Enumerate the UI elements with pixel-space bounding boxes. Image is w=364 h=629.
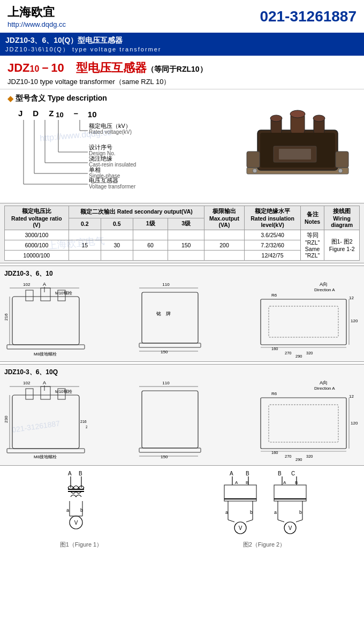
website-link: http://www.dqdg.cc [7, 20, 66, 28]
svg-text:单相: 单相 [89, 166, 101, 173]
svg-text:A: A [43, 380, 46, 385]
svg-text:216: 216 [4, 313, 9, 321]
svg-rect-75 [41, 387, 50, 399]
table-section: 额定电压比Rated voltage ratio(V) 额定二次输出 Rated… [0, 203, 364, 263]
svg-text:b: b [250, 510, 253, 515]
cell-ratio-2: 6000/100 [5, 240, 69, 251]
wiring-diagram-1: A B a b V 图1（ [39, 469, 124, 549]
svg-text:R6: R6 [271, 391, 277, 396]
diagram-section-2: JDZ10-3、6、10Q A 102 M10螺栓 230 216 26 M8接… [0, 364, 364, 466]
svg-text:110: 110 [162, 282, 170, 287]
cell-02-3 [69, 251, 101, 261]
svg-text:a: a [66, 507, 69, 513]
col-notes: 备注Notes [301, 206, 324, 230]
svg-text:A: A [68, 471, 72, 476]
col-05: 0.5 [101, 218, 133, 230]
svg-line-151 [296, 520, 302, 522]
cell-3-2: 150 [168, 240, 204, 251]
svg-text:A: A [230, 471, 233, 476]
svg-text:额定电压（kV）: 额定电压（kV） [89, 123, 131, 129]
page-header: 上海欧宜 http://www.dqdg.cc 021-31261887 [0, 0, 364, 34]
svg-rect-74 [26, 389, 33, 399]
fig1-label: 图1（Figure 1） [60, 541, 102, 549]
col-secondary-out: 额定二次输出 Rated secondary output(VA) [69, 206, 204, 218]
svg-text:Direction A: Direction A [314, 386, 335, 391]
svg-text:M8接地螺栓: M8接地螺栓 [34, 454, 57, 459]
diagram-front-view-2: A 102 M10螺栓 230 216 26 M8接地螺栓 021-312618… [4, 379, 87, 462]
svg-text:a: a [274, 510, 277, 515]
svg-text:270: 270 [285, 454, 292, 459]
wiring-section: A B a b V 图1（ [0, 466, 364, 552]
cell-ins-3: 12/42/75 [245, 251, 301, 261]
svg-text:230: 230 [4, 415, 9, 423]
diagram-label-2: JDZ10-3、6、10Q [4, 368, 360, 377]
cell-02-2: 15 [69, 240, 101, 251]
cell-ins-1: 3.6/25/40 [245, 230, 301, 240]
cell-1-1 [133, 230, 168, 240]
cell-wiring: 图1- 图2Figure 1-2 [324, 230, 360, 261]
svg-text:102: 102 [23, 381, 31, 385]
diagram-front-view-1: A 102 M10螺栓 216 M8接地螺栓 [4, 281, 87, 358]
svg-text:A: A [283, 480, 286, 485]
svg-text:A: A [235, 480, 238, 485]
type-desc-section: ◆ 型号含义 Type description J D Z 10 － 10 [0, 89, 364, 203]
type-desc-left: ◆ 型号含义 Type description J D Z 10 － 10 [7, 94, 233, 199]
col-02: 0.2 [69, 218, 101, 230]
logo-area: 上海欧宜 http://www.dqdg.cc [7, 4, 66, 28]
col-max-output: 极限输出Max.output(VA) [204, 206, 244, 230]
diagram-top-view-2: A向 Direction A R6 12 120 160 270 290 320 [255, 379, 360, 462]
type-desc-diagram: 额定电压（kV） Rated voltage(kV) 设计序号 Design N… [18, 120, 189, 195]
product-image-area [239, 94, 357, 199]
cell-02-1 [69, 230, 101, 240]
svg-text:150: 150 [161, 350, 168, 354]
diagram-top-view-1: A向 Direction A R6 12 120 160 270 290 320 [255, 281, 360, 358]
svg-rect-94 [261, 398, 346, 449]
svg-text:M8接地螺栓: M8接地螺栓 [34, 352, 57, 357]
product-image [241, 103, 354, 189]
svg-text:Voltage transformer: Voltage transformer [89, 184, 136, 190]
main-title-en: JDZ10-10 type voltage transformer（same R… [7, 77, 357, 87]
cell-3-3 [168, 251, 204, 261]
svg-text:A向: A向 [320, 282, 328, 287]
svg-text:B: B [246, 471, 249, 476]
svg-rect-41 [26, 290, 33, 301]
cell-1-3 [133, 251, 168, 261]
svg-point-27 [313, 115, 325, 122]
main-title-cn: JDZ10－10 型电压互感器（等同于RZL10） [7, 60, 357, 76]
svg-text:设计序号: 设计序号 [89, 144, 112, 150]
svg-rect-86 [142, 391, 198, 448]
svg-line-148 [228, 520, 234, 522]
svg-line-150 [278, 520, 284, 522]
cell-ratio-3: 10000/100 [5, 251, 69, 261]
figure-2-svg: A B B C A A B B a b a b [203, 469, 326, 539]
svg-text:320: 320 [306, 454, 313, 459]
svg-point-31 [253, 169, 257, 173]
figure-1-svg: A B a b V [39, 469, 124, 539]
svg-rect-42 [41, 288, 50, 301]
svg-rect-30 [336, 151, 348, 168]
svg-rect-50 [142, 292, 198, 343]
svg-rect-34 [279, 149, 311, 160]
svg-text:b: b [299, 510, 302, 515]
svg-text:110: 110 [162, 381, 170, 385]
svg-rect-87 [139, 448, 201, 452]
col-3: 3级 [168, 218, 204, 230]
col-1: 1级 [133, 218, 168, 230]
svg-text:C: C [291, 471, 295, 476]
banner-title-en: JDZ10-3\6\10(Q） type voltage transformer [5, 46, 359, 54]
svg-text:B: B [79, 471, 82, 476]
svg-text:浇注绝缘: 浇注绝缘 [89, 155, 112, 162]
cell-max-2: 200 [204, 240, 244, 251]
diagram-section-1: JDZ10-3、6、10 A 102 M10螺栓 216 M8接地螺栓 [0, 266, 364, 362]
fig2-label: 图2（Figure 2） [243, 541, 285, 549]
cell-05-3 [101, 251, 133, 261]
type-code-area: J D Z 10 － 10 [7, 107, 233, 199]
svg-rect-81 [7, 449, 85, 453]
svg-point-26 [290, 110, 305, 118]
cell-05-2: 30 [101, 240, 133, 251]
svg-text:V: V [238, 525, 242, 531]
cell-05-1 [101, 230, 133, 240]
svg-text:320: 320 [306, 351, 313, 355]
svg-text:A向: A向 [320, 380, 328, 385]
diamond-icon: ◆ [7, 94, 13, 103]
